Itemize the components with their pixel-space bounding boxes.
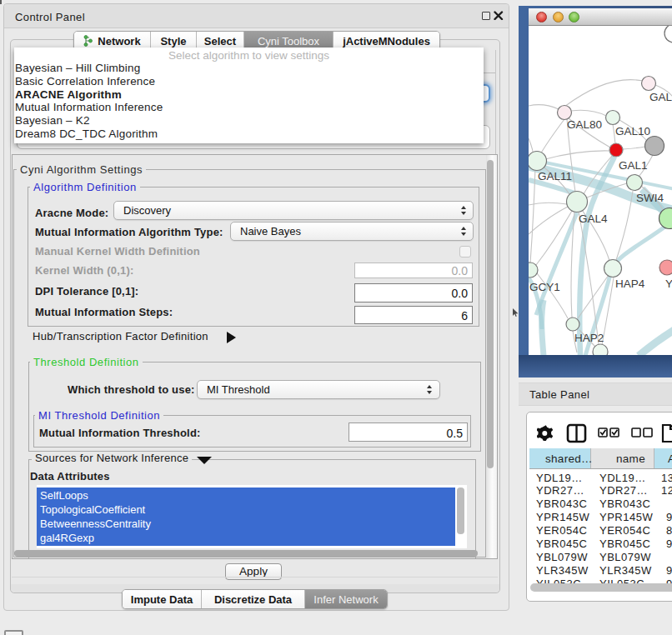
svg-text:GAL7: GAL7	[649, 91, 672, 103]
svg-text:GAL10: GAL10	[615, 125, 650, 138]
svg-text:Y: Y	[665, 278, 672, 290]
svg-text:GAL11: GAL11	[538, 170, 572, 182]
svg-text:GAL1: GAL1	[619, 159, 648, 172]
svg-text:SWI4: SWI4	[636, 192, 664, 204]
svg-text:GCY1: GCY1	[529, 281, 560, 293]
svg-text:HAP2: HAP2	[574, 332, 604, 344]
svg-text:GAL4: GAL4	[579, 212, 608, 225]
svg-text:HAP4: HAP4	[615, 278, 645, 290]
svg-text:GAL80: GAL80	[567, 118, 602, 131]
